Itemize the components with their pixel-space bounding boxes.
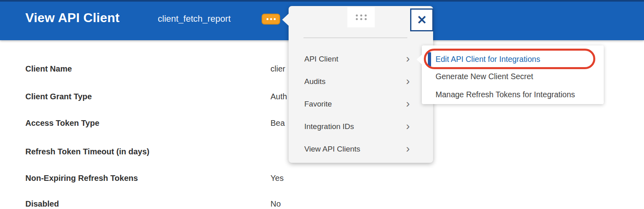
field-value: Auth [270, 91, 287, 102]
ellipsis-icon [266, 18, 268, 20]
menu-item-view-api-clients[interactable]: View API Clients › [289, 138, 433, 160]
submenu-item-edit-api-client[interactable]: Edit API Client for Integrations [422, 50, 604, 68]
ellipsis-icon [274, 18, 276, 20]
field-label: Refresh Token Timeout (in days) [25, 146, 149, 157]
related-actions-menu: ✕ API Client › Audits › Favorite › Integ… [289, 6, 433, 163]
submenu-pointer-arrow [417, 55, 422, 64]
field-label: Access Token Type [25, 118, 99, 128]
api-client-submenu: Edit API Client for Integrations Generat… [422, 45, 604, 104]
submenu-item-generate-new-client-secret[interactable]: Generate New Client Secret [422, 68, 604, 85]
drag-handle[interactable] [347, 7, 375, 27]
menu-item-api-client[interactable]: API Client › [289, 48, 433, 70]
top-border [0, 0, 644, 2]
chevron-right-icon: › [406, 143, 410, 154]
field-value: Yes [270, 173, 284, 183]
ellipsis-icon [270, 18, 272, 20]
menu-item-audits[interactable]: Audits › [289, 70, 433, 93]
field-row: Disabled No [0, 199, 644, 209]
field-label: Client Grant Type [25, 91, 92, 102]
selected-indicator-bar [428, 52, 431, 66]
field-value: Bea [270, 118, 285, 128]
field-value: No [270, 199, 281, 209]
chevron-right-icon: › [406, 53, 410, 64]
chevron-right-icon: › [406, 98, 410, 109]
view-api-client-page: View API Client client_fetch_report Clie… [0, 0, 644, 209]
menu-item-favorite[interactable]: Favorite › [289, 93, 433, 115]
drag-handle-icon [356, 14, 367, 20]
page-title: View API Client [25, 10, 120, 25]
related-actions-button[interactable] [262, 14, 280, 25]
field-label: Disabled [25, 199, 59, 209]
close-button[interactable]: ✕ [410, 8, 433, 31]
chevron-right-icon: › [406, 76, 410, 87]
field-value: clier [270, 64, 285, 74]
field-row: Non-Expiring Refresh Tokens Yes [0, 173, 644, 183]
chevron-right-icon: › [406, 121, 410, 132]
menu-item-integration-ids[interactable]: Integration IDs › [289, 115, 433, 138]
field-label: Non-Expiring Refresh Tokens [25, 173, 138, 183]
menu-item-list: API Client › Audits › Favorite › Integra… [289, 48, 433, 160]
menu-pointer-arrow [282, 14, 289, 26]
close-icon: ✕ [417, 14, 427, 26]
field-label: Client Name [25, 64, 72, 74]
object-instance-label: client_fetch_report [158, 14, 231, 24]
menu-divider [303, 37, 407, 38]
submenu-item-manage-refresh-tokens[interactable]: Manage Refresh Tokens for Integrations [422, 86, 604, 103]
